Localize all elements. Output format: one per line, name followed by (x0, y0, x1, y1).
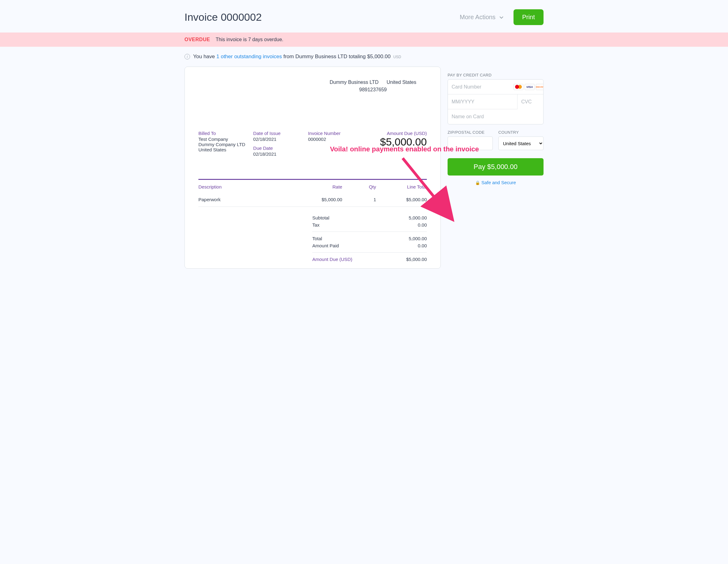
info-icon: i (184, 54, 190, 59)
cell-total: $5,000.00 (376, 197, 427, 202)
billed-to-label: Billed To (198, 131, 248, 136)
cell-qty: 1 (342, 197, 376, 202)
amount-due-value: $5,000.00 (363, 136, 427, 148)
card-expiry-input[interactable] (452, 99, 513, 105)
chevron-down-icon (499, 15, 504, 20)
total-label: Total (312, 236, 322, 241)
print-button[interactable]: Print (513, 9, 544, 25)
country-label: COUNTRY (498, 130, 544, 135)
date-issue-value: 02/18/2021 (253, 137, 302, 142)
total-value: 5,000.00 (409, 236, 427, 241)
summary-block: Subtotal5,000.00 Tax0.00 Total5,000.00 A… (312, 214, 427, 263)
business-phone: 9891237659 (319, 86, 427, 93)
invoice-card: Dummy Business LTD United States 9891237… (184, 67, 441, 269)
invoice-number-label: Invoice Number (308, 131, 357, 136)
tax-label: Tax (312, 222, 319, 228)
more-actions-dropdown[interactable]: More Actions (460, 14, 504, 21)
th-line-total: Line Total (376, 184, 427, 189)
card-number-input[interactable] (452, 84, 513, 90)
cell-description: Paperwork (198, 197, 292, 202)
page-title: Invoice 0000002 (184, 11, 460, 23)
overdue-message: This invoice is 7 days overdue. (216, 37, 284, 42)
outstanding-currency: USD (393, 55, 401, 59)
name-on-card-input[interactable] (452, 114, 539, 119)
safe-secure-text: Safe and Secure (481, 180, 516, 185)
safe-secure-note: 🔒Safe and Secure (448, 180, 544, 185)
discover-icon: DISCOVER (536, 84, 544, 90)
subtotal-value: 5,000.00 (409, 215, 427, 220)
subtotal-label: Subtotal (312, 215, 329, 220)
amount-paid-label: Amount Paid (312, 243, 339, 248)
due-date-value: 02/18/2021 (253, 151, 302, 157)
lock-icon: 🔒 (475, 180, 480, 185)
pay-by-card-label: PAY BY CREDIT CARD (448, 73, 544, 77)
business-block: Dummy Business LTD United States 9891237… (319, 79, 427, 93)
tax-value: 0.00 (418, 222, 427, 228)
date-issue-label: Date of Issue (253, 131, 302, 136)
summary-due-label: Amount Due (USD) (312, 257, 352, 262)
th-rate: Rate (292, 184, 342, 189)
outstanding-link[interactable]: 1 other outstanding invoices (216, 54, 282, 59)
outstanding-suffix: from Dummy Business LTD totaling $5,000.… (282, 54, 391, 59)
more-actions-label: More Actions (460, 14, 496, 21)
country-select[interactable]: United States (498, 137, 544, 150)
th-qty: Qty (342, 184, 376, 189)
line-items-header: Description Rate Qty Line Total (198, 179, 427, 193)
overdue-label: OVERDUE (184, 37, 210, 42)
amount-paid-value: 0.00 (418, 243, 427, 248)
billed-to-line3: United States (198, 147, 248, 152)
table-row: Paperwork $5,000.00 1 $5,000.00 (198, 193, 427, 207)
business-country: United States (387, 79, 416, 86)
zip-label: ZIP/POSTAL CODE (448, 130, 493, 135)
card-cvc-input[interactable] (521, 99, 544, 105)
amount-due-label: Amount Due (USD) (363, 131, 427, 136)
due-date-label: Due Date (253, 145, 302, 151)
outstanding-notice: i You have 1 other outstanding invoices … (184, 47, 544, 67)
th-description: Description (198, 184, 292, 189)
mastercard-icon (513, 84, 523, 90)
billed-to-line2: Dummy Company LTD (198, 142, 248, 147)
pay-button[interactable]: Pay $5,000.00 (448, 158, 544, 176)
invoice-number-value: 0000002 (308, 137, 357, 142)
visa-icon: VISA (525, 84, 535, 90)
outstanding-prefix: You have (193, 54, 216, 59)
business-name: Dummy Business LTD (330, 79, 379, 86)
payment-panel: PAY BY CREDIT CARD VISA DISCOVER AMEX (448, 67, 544, 185)
summary-due-value: $5,000.00 (406, 257, 427, 262)
zip-input[interactable] (448, 137, 493, 150)
cell-rate: $5,000.00 (292, 197, 342, 202)
overdue-banner: OVERDUE This invoice is 7 days overdue. (0, 33, 728, 47)
billed-to-line1: Test Company (198, 137, 248, 142)
